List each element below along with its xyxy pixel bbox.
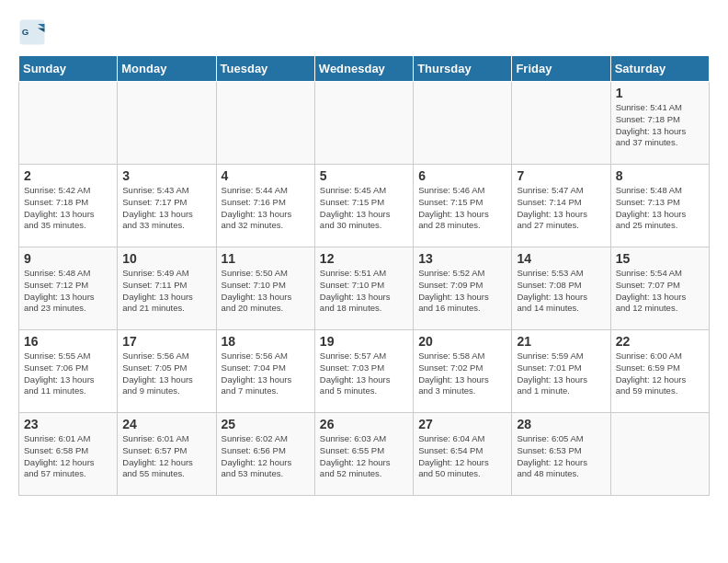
day-number: 6 [418, 168, 506, 183]
day-info: Sunrise: 5:49 AM Sunset: 7:11 PM Dayligh… [122, 268, 210, 315]
weekday-header-sunday: Sunday [19, 56, 118, 82]
day-number: 4 [222, 168, 310, 183]
week-row-4: 16Sunrise: 5:55 AM Sunset: 7:06 PM Dayli… [19, 330, 710, 413]
calendar-cell: 18Sunrise: 5:56 AM Sunset: 7:04 PM Dayli… [216, 330, 314, 413]
weekday-header-wednesday: Wednesday [314, 56, 413, 82]
day-number: 25 [222, 417, 310, 431]
calendar-cell: 25Sunrise: 6:02 AM Sunset: 6:56 PM Dayli… [216, 413, 314, 496]
day-info: Sunrise: 5:58 AM Sunset: 7:02 PM Dayligh… [418, 350, 506, 397]
day-number: 24 [122, 417, 210, 431]
day-info: Sunrise: 5:51 AM Sunset: 7:10 PM Dayligh… [320, 268, 408, 315]
calendar-cell: 20Sunrise: 5:58 AM Sunset: 7:02 PM Dayli… [414, 330, 512, 413]
calendar-cell: 28Sunrise: 6:05 AM Sunset: 6:53 PM Dayli… [512, 413, 610, 496]
calendar-cell: 14Sunrise: 5:53 AM Sunset: 7:08 PM Dayli… [512, 247, 610, 330]
day-number: 7 [517, 168, 605, 183]
logo-icon: G [18, 18, 46, 46]
day-info: Sunrise: 5:50 AM Sunset: 7:10 PM Dayligh… [222, 268, 310, 315]
calendar-cell: 9Sunrise: 5:48 AM Sunset: 7:12 PM Daylig… [19, 247, 118, 330]
day-info: Sunrise: 5:55 AM Sunset: 7:06 PM Dayligh… [24, 350, 112, 397]
calendar-cell: 15Sunrise: 5:54 AM Sunset: 7:07 PM Dayli… [610, 247, 709, 330]
calendar-cell [512, 82, 610, 165]
day-number: 11 [222, 251, 310, 266]
weekday-header-friday: Friday [512, 56, 610, 82]
day-number: 23 [24, 417, 112, 431]
day-info: Sunrise: 5:45 AM Sunset: 7:15 PM Dayligh… [320, 185, 408, 232]
calendar-cell [216, 82, 314, 165]
weekday-header-row: SundayMondayTuesdayWednesdayThursdayFrid… [19, 56, 710, 82]
day-number: 16 [24, 334, 112, 349]
day-number: 20 [418, 334, 506, 349]
weekday-header-tuesday: Tuesday [216, 56, 314, 82]
calendar-table: SundayMondayTuesdayWednesdayThursdayFrid… [18, 55, 710, 496]
day-info: Sunrise: 5:56 AM Sunset: 7:04 PM Dayligh… [222, 350, 310, 397]
day-info: Sunrise: 5:41 AM Sunset: 7:18 PM Dayligh… [616, 102, 704, 149]
day-number: 27 [418, 417, 506, 431]
week-row-3: 9Sunrise: 5:48 AM Sunset: 7:12 PM Daylig… [19, 247, 710, 330]
calendar-cell: 21Sunrise: 5:59 AM Sunset: 7:01 PM Dayli… [512, 330, 610, 413]
day-number: 9 [24, 251, 112, 266]
page-header: G [18, 18, 710, 46]
day-info: Sunrise: 5:46 AM Sunset: 7:15 PM Dayligh… [418, 185, 506, 232]
day-info: Sunrise: 6:03 AM Sunset: 6:55 PM Dayligh… [320, 433, 408, 480]
day-number: 13 [418, 251, 506, 266]
day-number: 22 [616, 334, 704, 349]
calendar-cell: 6Sunrise: 5:46 AM Sunset: 7:15 PM Daylig… [414, 165, 512, 247]
day-info: Sunrise: 5:52 AM Sunset: 7:09 PM Dayligh… [418, 268, 506, 315]
calendar-cell [414, 82, 512, 165]
day-info: Sunrise: 6:00 AM Sunset: 6:59 PM Dayligh… [616, 350, 704, 397]
calendar-cell [314, 82, 413, 165]
day-number: 15 [616, 251, 704, 266]
day-number: 8 [616, 168, 704, 183]
day-number: 17 [122, 334, 210, 349]
day-number: 3 [122, 168, 210, 183]
calendar-cell: 11Sunrise: 5:50 AM Sunset: 7:10 PM Dayli… [216, 247, 314, 330]
day-number: 21 [517, 334, 605, 349]
calendar-cell [19, 82, 118, 165]
day-number: 18 [222, 334, 310, 349]
day-number: 28 [517, 417, 605, 431]
svg-text:G: G [22, 27, 29, 37]
day-info: Sunrise: 6:05 AM Sunset: 6:53 PM Dayligh… [517, 433, 605, 480]
calendar-cell: 13Sunrise: 5:52 AM Sunset: 7:09 PM Dayli… [414, 247, 512, 330]
calendar-cell: 16Sunrise: 5:55 AM Sunset: 7:06 PM Dayli… [19, 330, 118, 413]
calendar-cell: 2Sunrise: 5:42 AM Sunset: 7:18 PM Daylig… [19, 165, 118, 247]
calendar-cell: 19Sunrise: 5:57 AM Sunset: 7:03 PM Dayli… [314, 330, 413, 413]
calendar-cell: 4Sunrise: 5:44 AM Sunset: 7:16 PM Daylig… [216, 165, 314, 247]
calendar-cell: 5Sunrise: 5:45 AM Sunset: 7:15 PM Daylig… [314, 165, 413, 247]
calendar-cell: 12Sunrise: 5:51 AM Sunset: 7:10 PM Dayli… [314, 247, 413, 330]
day-number: 14 [517, 251, 605, 266]
weekday-header-thursday: Thursday [414, 56, 512, 82]
calendar-cell [118, 82, 216, 165]
calendar-cell: 22Sunrise: 6:00 AM Sunset: 6:59 PM Dayli… [610, 330, 709, 413]
calendar-cell: 10Sunrise: 5:49 AM Sunset: 7:11 PM Dayli… [118, 247, 216, 330]
week-row-5: 23Sunrise: 6:01 AM Sunset: 6:58 PM Dayli… [19, 413, 710, 496]
calendar-cell: 23Sunrise: 6:01 AM Sunset: 6:58 PM Dayli… [19, 413, 118, 496]
day-number: 12 [320, 251, 408, 266]
logo: G [18, 18, 50, 46]
day-number: 10 [122, 251, 210, 266]
day-info: Sunrise: 6:01 AM Sunset: 6:58 PM Dayligh… [24, 433, 112, 480]
calendar-cell: 24Sunrise: 6:01 AM Sunset: 6:57 PM Dayli… [118, 413, 216, 496]
day-info: Sunrise: 5:53 AM Sunset: 7:08 PM Dayligh… [517, 268, 605, 315]
day-info: Sunrise: 5:54 AM Sunset: 7:07 PM Dayligh… [616, 268, 704, 315]
calendar-cell: 3Sunrise: 5:43 AM Sunset: 7:17 PM Daylig… [118, 165, 216, 247]
day-info: Sunrise: 5:57 AM Sunset: 7:03 PM Dayligh… [320, 350, 408, 397]
calendar-cell: 8Sunrise: 5:48 AM Sunset: 7:13 PM Daylig… [610, 165, 709, 247]
day-number: 1 [616, 86, 704, 100]
day-info: Sunrise: 5:56 AM Sunset: 7:05 PM Dayligh… [122, 350, 210, 397]
calendar-cell: 27Sunrise: 6:04 AM Sunset: 6:54 PM Dayli… [414, 413, 512, 496]
calendar-cell: 7Sunrise: 5:47 AM Sunset: 7:14 PM Daylig… [512, 165, 610, 247]
day-info: Sunrise: 6:01 AM Sunset: 6:57 PM Dayligh… [122, 433, 210, 480]
calendar-cell [610, 413, 709, 496]
weekday-header-saturday: Saturday [610, 56, 709, 82]
day-number: 19 [320, 334, 408, 349]
week-row-1: 1Sunrise: 5:41 AM Sunset: 7:18 PM Daylig… [19, 82, 710, 165]
day-info: Sunrise: 5:44 AM Sunset: 7:16 PM Dayligh… [222, 185, 310, 232]
day-info: Sunrise: 5:48 AM Sunset: 7:12 PM Dayligh… [24, 268, 112, 315]
day-number: 26 [320, 417, 408, 431]
day-number: 5 [320, 168, 408, 183]
week-row-2: 2Sunrise: 5:42 AM Sunset: 7:18 PM Daylig… [19, 165, 710, 247]
day-info: Sunrise: 6:04 AM Sunset: 6:54 PM Dayligh… [418, 433, 506, 480]
calendar-cell: 26Sunrise: 6:03 AM Sunset: 6:55 PM Dayli… [314, 413, 413, 496]
day-info: Sunrise: 5:59 AM Sunset: 7:01 PM Dayligh… [517, 350, 605, 397]
